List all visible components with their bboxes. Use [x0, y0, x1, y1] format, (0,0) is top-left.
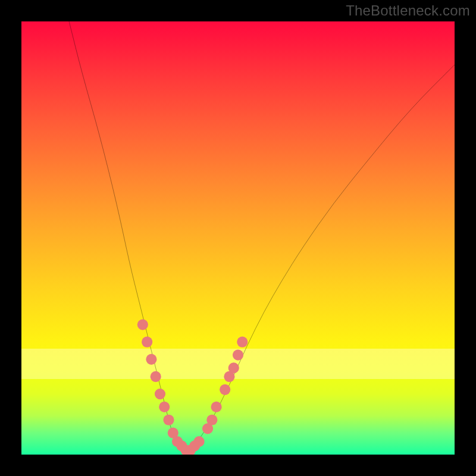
marker-dot: [193, 436, 204, 447]
chart-frame: TheBottleneck.com: [0, 0, 476, 476]
marker-dot: [237, 337, 248, 347]
marker-dot: [137, 320, 148, 330]
marker-dot: [220, 384, 230, 395]
marker-dot: [228, 362, 239, 373]
marker-dot: [146, 354, 156, 365]
marker-dot: [155, 389, 165, 399]
bottleneck-curve: [69, 21, 455, 452]
marker-dot: [233, 349, 243, 360]
marker-dot: [142, 337, 152, 347]
marker-dot: [151, 371, 161, 382]
marker-dot: [206, 415, 217, 425]
highlight-markers: [137, 320, 248, 455]
curve-layer: [21, 21, 455, 455]
plot-area: [21, 21, 455, 455]
marker-dot: [159, 402, 170, 412]
watermark-text: TheBottleneck.com: [346, 2, 470, 19]
marker-dot: [163, 415, 174, 425]
marker-dot: [211, 402, 222, 412]
